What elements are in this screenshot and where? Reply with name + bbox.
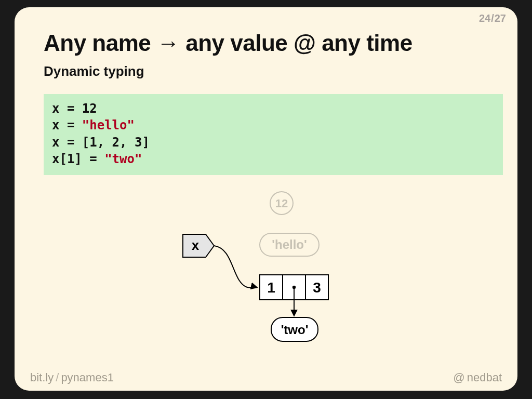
footer-handle: @nedbat (453, 371, 502, 384)
footer-shortlink: bit.ly/pynames1 (30, 371, 114, 384)
page-counter: 24/27 (479, 12, 506, 24)
shortlink-slash: / (56, 371, 59, 384)
slide-subtitle: Dynamic typing (15, 60, 517, 89)
slide-footer: bit.ly/pynames1 @nedbat (15, 371, 517, 384)
page-current: 24 (479, 12, 490, 24)
list-cell-2: 3 (313, 280, 321, 296)
shortlink-path: pynames1 (61, 371, 114, 384)
ghost-value-hello: 'hello' (260, 233, 319, 256)
shortlink-domain: bit.ly (30, 371, 54, 384)
svg-text:x: x (192, 237, 200, 253)
diagram: 12 'hello' x 1 3 (15, 187, 517, 353)
list-cell-0: 1 (267, 280, 275, 296)
svg-text:12: 12 (275, 197, 288, 210)
name-tag-x: x (183, 234, 214, 257)
page-total: 27 (495, 12, 506, 24)
handle-at: @ (453, 371, 464, 384)
value-two: 'two' (271, 317, 318, 341)
ghost-value-12: 12 (270, 192, 293, 215)
list-cell-1-ref-dot (292, 285, 296, 288)
code-block: x = 12 x = "hello" x = [1, 2, 3] x[1] = … (44, 94, 503, 175)
arrow-x-to-list (214, 246, 257, 288)
svg-text:'hello': 'hello' (272, 237, 307, 251)
slide-title: Any name → any value @ any time (15, 7, 517, 60)
svg-text:'two': 'two' (281, 323, 309, 337)
slide: 24/27 Any name → any value @ any time Dy… (15, 7, 517, 391)
handle-name: nedbat (467, 371, 502, 384)
page-slash: / (491, 12, 494, 24)
diagram-svg: 12 'hello' x 1 3 (121, 187, 411, 348)
